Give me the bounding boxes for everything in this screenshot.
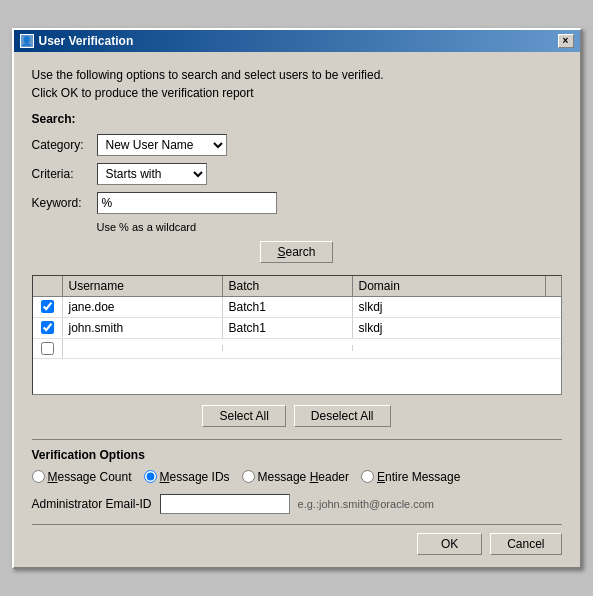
radio-msg-count-input[interactable] [32, 470, 45, 483]
desc-line1: Use the following options to search and … [32, 66, 562, 84]
row3-username [63, 345, 223, 351]
row2-username: john.smith [63, 318, 223, 338]
category-select[interactable]: New User Name Existing User Name [97, 134, 227, 156]
dialog-content: Use the following options to search and … [14, 52, 580, 567]
table-row [33, 339, 561, 359]
row3-domain [353, 345, 561, 351]
row1-domain: slkdj [353, 297, 561, 317]
row2-domain: slkdj [353, 318, 561, 338]
row2-batch: Batch1 [223, 318, 353, 338]
email-row: Administrator Email-ID e.g.:john.smith@o… [32, 494, 562, 514]
divider [32, 439, 562, 440]
table-row: john.smith Batch1 slkdj [33, 318, 561, 339]
radio-msg-header[interactable]: Message Header [242, 470, 349, 484]
cancel-button[interactable]: Cancel [490, 533, 561, 555]
keyword-label: Keyword: [32, 196, 97, 210]
radio-entire-msg-input[interactable] [361, 470, 374, 483]
radio-msg-ids-input[interactable] [144, 470, 157, 483]
users-table: Username Batch Domain jane.doe Batch1 sl… [32, 275, 562, 395]
radio-msg-ids[interactable]: Message IDs [144, 470, 230, 484]
radio-entire-msg-label: Entire Message [377, 470, 460, 484]
title-bar: 👤 User Verification × [14, 30, 580, 52]
header-scroll [545, 276, 561, 296]
radio-msg-ids-label: Message IDs [160, 470, 230, 484]
row2-check-cell [33, 318, 63, 337]
header-username: Username [63, 276, 223, 296]
title-bar-left: 👤 User Verification [20, 34, 134, 48]
keyword-input[interactable] [97, 192, 277, 214]
radio-entire-msg[interactable]: Entire Message [361, 470, 460, 484]
window-icon: 👤 [20, 34, 34, 48]
email-label: Administrator Email-ID [32, 497, 152, 511]
search-btn-row: Search [32, 241, 562, 263]
select-all-button[interactable]: Select All [202, 405, 285, 427]
description-text: Use the following options to search and … [32, 66, 562, 102]
category-label: Category: [32, 138, 97, 152]
radio-msg-count[interactable]: Message Count [32, 470, 132, 484]
header-check [33, 276, 63, 296]
row1-check-cell [33, 297, 63, 316]
row1-checkbox[interactable] [41, 300, 54, 313]
criteria-label: Criteria: [32, 167, 97, 181]
deselect-all-button[interactable]: Deselect All [294, 405, 391, 427]
action-buttons: Select All Deselect All [32, 405, 562, 427]
row3-check-cell [33, 339, 63, 358]
admin-email-input[interactable] [160, 494, 290, 514]
row3-batch [223, 345, 353, 351]
email-hint: e.g.:john.smith@oracle.com [298, 498, 435, 510]
desc-line2: Click OK to produce the verification rep… [32, 84, 562, 102]
row1-batch: Batch1 [223, 297, 353, 317]
close-button[interactable]: × [558, 34, 574, 48]
criteria-row: Criteria: Starts with Contains Ends with… [32, 163, 562, 185]
radio-msg-count-label: Message Count [48, 470, 132, 484]
radio-msg-header-input[interactable] [242, 470, 255, 483]
radio-options-row: Message Count Message IDs Message Header… [32, 470, 562, 484]
table-body: jane.doe Batch1 slkdj john.smith Batch1 … [33, 297, 561, 394]
header-batch: Batch [223, 276, 353, 296]
radio-msg-header-label: Message Header [258, 470, 349, 484]
header-domain: Domain [353, 276, 545, 296]
ok-button[interactable]: OK [417, 533, 482, 555]
table-row: jane.doe Batch1 slkdj [33, 297, 561, 318]
search-label: Search: [32, 112, 562, 126]
keyword-row: Keyword: [32, 192, 562, 214]
category-row: Category: New User Name Existing User Na… [32, 134, 562, 156]
window-title: User Verification [39, 34, 134, 48]
wildcard-hint: Use % as a wildcard [97, 221, 562, 233]
table-header: Username Batch Domain [33, 276, 561, 297]
search-button[interactable]: Search [260, 241, 332, 263]
footer-buttons: OK Cancel [32, 524, 562, 555]
row3-checkbox[interactable] [41, 342, 54, 355]
criteria-select[interactable]: Starts with Contains Ends with Equals [97, 163, 207, 185]
verification-options-title: Verification Options [32, 448, 562, 462]
row2-checkbox[interactable] [41, 321, 54, 334]
user-verification-dialog: 👤 User Verification × Use the following … [12, 28, 582, 569]
row1-username: jane.doe [63, 297, 223, 317]
